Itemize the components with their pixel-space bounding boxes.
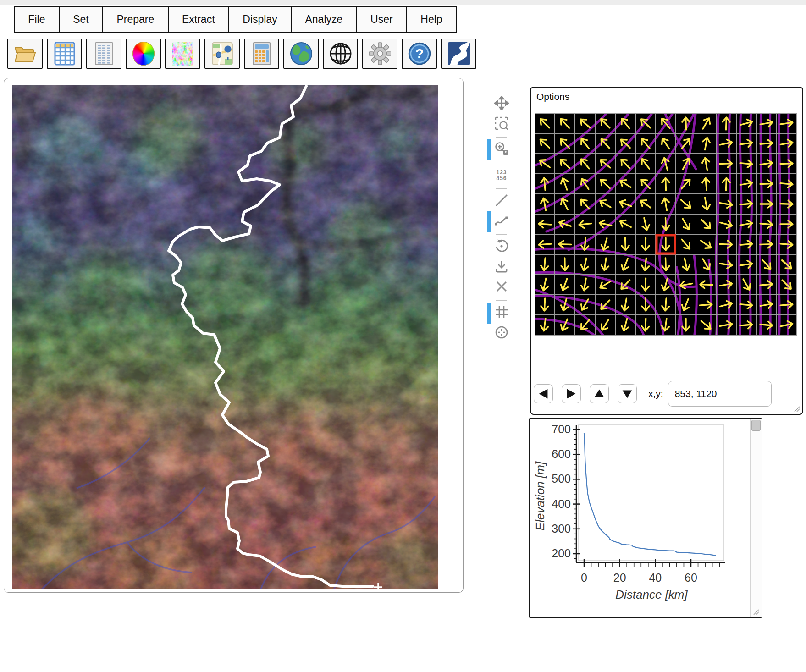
right-triangle-icon (563, 386, 579, 402)
x-tick-label: 20 (613, 571, 626, 584)
menu-item-file[interactable]: File (15, 7, 60, 32)
coordinate-input[interactable] (668, 381, 772, 407)
menu-item-user[interactable]: User (357, 7, 407, 32)
menu-item-analyze[interactable]: Analyze (292, 7, 357, 32)
download-tool[interactable] (489, 257, 514, 277)
earth-globe-button[interactable] (283, 39, 319, 69)
color-palette-button[interactable] (126, 39, 161, 69)
grid-nav-buttons (534, 384, 646, 403)
move-arrows-icon (494, 96, 509, 112)
y-tick-label: 600 (552, 447, 571, 460)
terrain-map-view[interactable] (12, 85, 438, 589)
grid-toggle-tool[interactable] (489, 303, 514, 323)
street-map-button[interactable] (204, 39, 240, 69)
resize-grip-icon[interactable] (752, 608, 759, 615)
y-tick-label: 700 (552, 423, 571, 435)
menu-item-extract[interactable]: Extract (169, 7, 229, 32)
menu-item-display[interactable]: Display (229, 7, 292, 32)
left-triangle-icon (535, 386, 551, 402)
line-icon (494, 193, 509, 209)
x-tick-label: 0 (581, 571, 587, 584)
grid-navigation-row: x,y: (534, 381, 772, 407)
rotate-reset-icon (494, 239, 509, 255)
zoom-box-tool[interactable] (489, 114, 514, 134)
data-table-button[interactable] (47, 39, 82, 69)
plot-area (579, 425, 724, 561)
center-target-tool[interactable] (489, 323, 514, 343)
calculator-button[interactable] (244, 39, 279, 69)
marquee-zoom-icon (494, 116, 509, 132)
polyline-icon (494, 213, 509, 230)
settings-button[interactable] (362, 39, 397, 69)
road-map-icon (211, 42, 233, 66)
elevation-profile-panel: 2003004005006007000204060Distance [km]El… (529, 418, 762, 618)
options-panel: Options x,y: (530, 87, 803, 415)
coordinate-label: x,y: (648, 388, 663, 399)
line-tool[interactable] (489, 191, 514, 211)
x-tick-label: 40 (649, 571, 662, 584)
globe-earth-icon (290, 42, 313, 66)
polyline-tool[interactable] (489, 211, 514, 231)
y-axis-label: Elevation [m] (533, 461, 547, 530)
reset-view-tool[interactable] (489, 237, 514, 257)
down-triangle-icon (619, 386, 635, 402)
terrain-map-button[interactable] (165, 39, 200, 69)
tool-strip-divider (489, 297, 514, 303)
terrain-thumbnail-icon (172, 42, 193, 66)
svg-text:?: ? (415, 46, 423, 61)
gear-icon (369, 42, 391, 65)
zoom-mouse-tool[interactable] (489, 140, 514, 160)
river-icon (447, 42, 470, 66)
x-tick-label: 60 (685, 571, 697, 584)
help-button[interactable]: ? (402, 39, 437, 69)
grid-icon (494, 305, 509, 321)
tool-strip-divider (489, 186, 514, 191)
y-tick-label: 200 (552, 547, 571, 560)
resize-grip-icon[interactable] (793, 405, 800, 412)
x-axis-label: Distance [km] (615, 588, 688, 601)
menu-item-set[interactable]: Set (60, 7, 103, 32)
pan-up-button[interactable] (590, 384, 609, 403)
question-mark-icon: ? (408, 42, 431, 66)
report-icon (94, 42, 114, 66)
numbers-icon: 123456 (496, 170, 507, 182)
download-icon (494, 259, 509, 275)
elevation-profile-chart: 2003004005006007000204060Distance [km]El… (530, 419, 751, 616)
crosshair-circle-icon (494, 325, 509, 342)
pan-down-button[interactable] (618, 384, 637, 403)
tool-strip-divider (489, 160, 514, 165)
pan-left-button[interactable] (534, 384, 553, 403)
y-tick-label: 400 (552, 497, 571, 510)
application-window: FileSetPrepareExtractDisplayAnalyzeUserH… (0, 0, 806, 672)
pan-right-button[interactable] (562, 384, 581, 403)
close-tool[interactable] (489, 277, 514, 297)
chart-scrollbar-thumb[interactable] (751, 420, 761, 431)
calculator-icon (252, 42, 271, 66)
globe-wireframe-icon (329, 42, 353, 66)
close-x-icon (494, 279, 509, 296)
up-triangle-icon (591, 386, 607, 402)
menu-bar: FileSetPrepareExtractDisplayAnalyzeUserH… (14, 6, 457, 33)
options-panel-title: Options (536, 91, 569, 102)
text-report-button[interactable] (86, 39, 121, 69)
menu-item-help[interactable]: Help (407, 7, 456, 32)
main-toolbar: ? (7, 39, 476, 69)
map-panel (4, 78, 464, 593)
magnifier-plus-icon (494, 142, 509, 158)
move-tool[interactable] (489, 94, 514, 114)
table-icon (54, 42, 75, 66)
window-top-strip (0, 0, 806, 5)
tool-strip-divider (489, 231, 514, 237)
values-tool[interactable]: 123456 (489, 165, 514, 186)
map-tool-strip: 123456 (489, 94, 514, 343)
folder-open-icon (13, 43, 37, 65)
chart-scrollbar[interactable] (750, 419, 762, 617)
open-folder-button[interactable] (7, 39, 43, 69)
tool-strip-divider (489, 134, 514, 140)
y-tick-label: 500 (552, 472, 571, 485)
y-tick-label: 300 (552, 522, 571, 535)
projection-globe-button[interactable] (323, 39, 358, 69)
flow-direction-grid[interactable] (535, 113, 797, 336)
river-tools-button[interactable] (441, 39, 476, 69)
menu-item-prepare[interactable]: Prepare (103, 7, 169, 32)
